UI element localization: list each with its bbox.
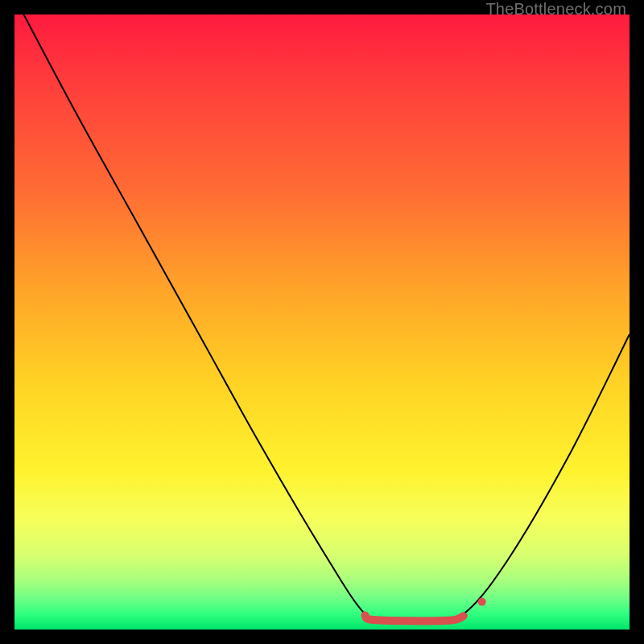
chart-svg	[14, 14, 630, 630]
bottleneck-curve	[23, 14, 630, 621]
chart-frame	[14, 14, 630, 630]
marker-dot	[478, 598, 486, 606]
optimal-range-marker	[365, 615, 463, 621]
